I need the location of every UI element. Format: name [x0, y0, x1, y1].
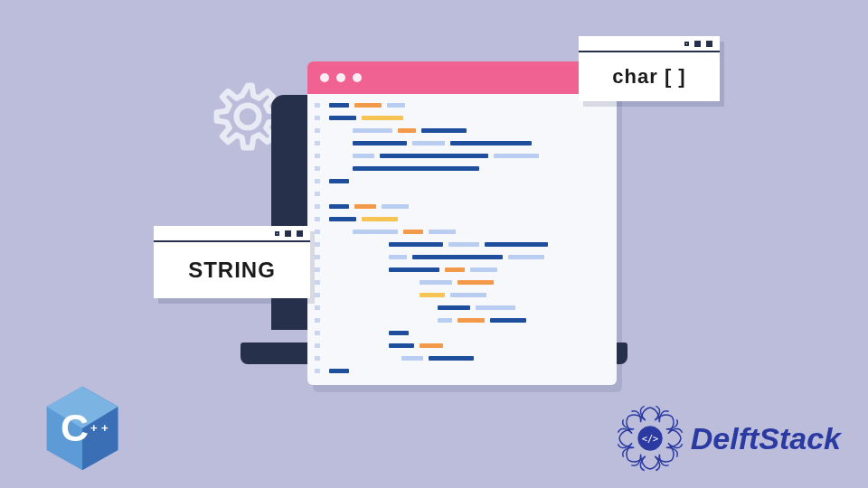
code-line [329, 280, 608, 285]
code-line [329, 166, 608, 171]
code-line [329, 116, 608, 120]
mini-window-header [579, 36, 720, 52]
traffic-dot [336, 73, 345, 82]
traffic-dot [353, 73, 362, 82]
char-array-card: char [ ] [579, 36, 720, 101]
code-line [329, 154, 608, 158]
window-titlebar [307, 61, 617, 94]
mini-window-header [154, 226, 310, 242]
delftstack-emblem-icon: </> [617, 405, 684, 472]
code-line [329, 318, 608, 323]
code-line [329, 192, 608, 196]
code-line [329, 293, 608, 297]
code-line [329, 230, 608, 234]
code-line [329, 217, 608, 221]
cpp-logo-icon: C + + [43, 385, 121, 472]
code-line [329, 204, 608, 209]
line-gutter [307, 94, 326, 385]
char-array-label: char [ ] [579, 52, 720, 101]
string-card: STRING [154, 226, 310, 298]
code-line [329, 267, 608, 272]
code-line [329, 331, 608, 335]
plus-icon: + [101, 421, 108, 435]
delftstack-name: DelftStack [691, 421, 841, 456]
code-line [329, 103, 608, 108]
code-line [329, 305, 608, 310]
svg-text:</>: </> [641, 433, 658, 444]
code-window [307, 61, 617, 385]
code-line [329, 242, 608, 247]
delftstack-logo: </> DelftStack [617, 405, 841, 472]
code-line [329, 179, 608, 183]
traffic-dot [320, 73, 329, 82]
svg-text:C: C [61, 406, 89, 449]
code-lines [326, 94, 617, 385]
code-line [329, 356, 608, 361]
code-line [329, 369, 608, 373]
string-label: STRING [154, 242, 310, 298]
code-line [329, 343, 608, 348]
code-line [329, 255, 608, 259]
code-line [329, 128, 608, 133]
plus-icon: + [90, 421, 98, 435]
code-line [329, 141, 608, 145]
